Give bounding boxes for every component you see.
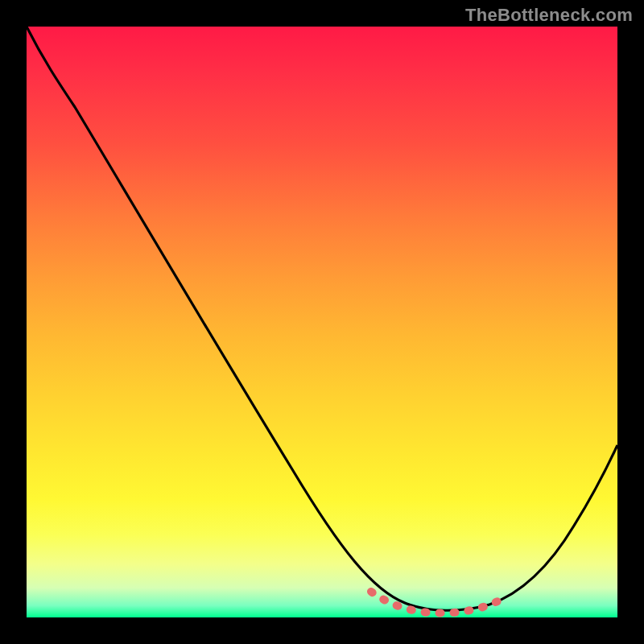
plot-area — [27, 27, 617, 617]
bottleneck-curve — [27, 27, 617, 617]
watermark-text: TheBottleneck.com — [465, 5, 633, 26]
chart-frame: TheBottleneck.com — [0, 0, 644, 644]
